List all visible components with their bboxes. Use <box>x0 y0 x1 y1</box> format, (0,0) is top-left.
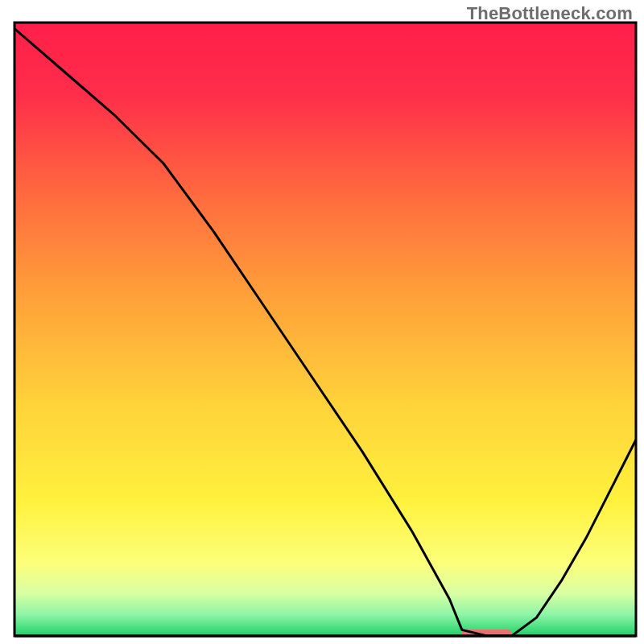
chart-stage: TheBottleneck.com <box>0 0 644 644</box>
gradient-background <box>14 23 636 636</box>
bottleneck-chart <box>0 0 644 644</box>
